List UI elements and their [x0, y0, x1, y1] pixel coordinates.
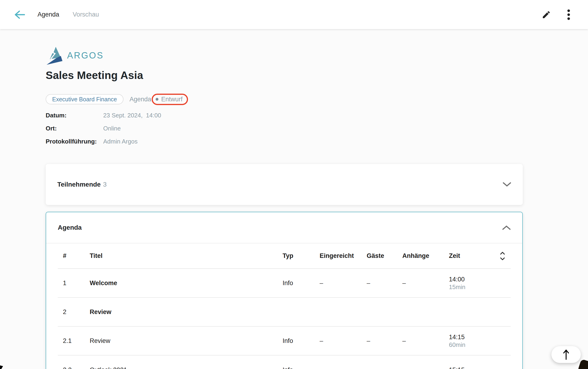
cell-number: 1: [58, 279, 90, 287]
time-duration: 15min: [449, 283, 494, 291]
argos-logo: ARGOS: [46, 46, 523, 65]
meta-row-date: Datum: 23 Sept. 2024, 14:00: [46, 112, 523, 119]
participants-count: 3: [103, 181, 107, 188]
argos-logo-icon: [46, 46, 63, 65]
col-type: Typ: [283, 252, 320, 259]
agenda-table-header: # Titel Typ Eingereicht Gäste Anhänge Ze…: [58, 244, 511, 269]
cell-type: Info: [283, 337, 320, 345]
cell-time: 15:15: [449, 366, 494, 369]
meta-label: Ort:: [46, 125, 103, 132]
cell-submitted: –: [320, 337, 367, 345]
col-attachments: Anhänge: [402, 252, 449, 259]
meta-value: 23 Sept. 2024, 14:00: [103, 112, 161, 119]
sort-icon[interactable]: [499, 251, 506, 261]
time-duration: 60min: [449, 341, 494, 348]
agenda-row[interactable]: 2.2Outlook 2021Info–––15:15: [58, 356, 511, 369]
cell-submitted: –: [320, 367, 367, 369]
meta-value: Online: [103, 125, 121, 132]
topbar-tabs: Agenda Vorschau: [38, 11, 99, 18]
corner-cursor-artifact: [578, 359, 588, 369]
meta-label: Datum:: [46, 112, 103, 119]
committee-chip[interactable]: Executive Board Finance: [46, 94, 123, 104]
cell-title: Outlook 2021: [90, 367, 283, 369]
topbar: Agenda Vorschau: [0, 0, 588, 29]
logo-text: ARGOS: [67, 51, 104, 61]
col-number: #: [58, 252, 90, 259]
agenda-table-body: 1WelcomeInfo–––14:0015min2Review2.1Revie…: [58, 269, 511, 369]
cell-type: Info: [283, 279, 320, 287]
cell-attachments: –: [402, 337, 449, 345]
arrow-left-icon: [14, 10, 25, 19]
cell-title: Welcome: [90, 279, 283, 287]
cell-title: Review: [90, 308, 283, 316]
agenda-card-header[interactable]: Agenda: [46, 212, 522, 244]
back-button[interactable]: [13, 8, 26, 21]
cell-submitted: –: [320, 279, 367, 287]
cell-attachments: –: [402, 367, 449, 369]
participants-card-title: Teilnehmende3: [57, 181, 107, 188]
meta-row-location: Ort: Online: [46, 125, 523, 132]
chips-row: Executive Board Finance Agenda Entwurf: [46, 92, 523, 106]
meta-value: Admin Argos: [103, 138, 137, 145]
status-annotation-highlight: Entwurf: [152, 94, 188, 105]
participants-card[interactable]: Teilnehmende3: [46, 164, 523, 205]
edit-button[interactable]: [539, 8, 553, 21]
cell-number: 2: [58, 308, 90, 316]
cell-guests: –: [367, 279, 402, 287]
agenda-card-title: Agenda: [58, 224, 82, 231]
status-dot-icon: [156, 98, 158, 101]
agenda-row[interactable]: 2.1ReviewInfo–––14:1560min: [58, 327, 511, 356]
tab-agenda[interactable]: Agenda: [38, 11, 59, 18]
cell-number: 2.2: [58, 367, 90, 369]
meeting-type-label: Agenda: [130, 96, 151, 103]
pencil-icon: [542, 10, 551, 19]
time-start: 14:15: [449, 333, 494, 341]
time-start: 14:00: [449, 275, 494, 283]
chevron-up-icon[interactable]: [502, 225, 511, 230]
time-start: 15:15: [449, 366, 494, 369]
cell-guests: –: [367, 337, 402, 345]
kebab-menu-icon: [567, 9, 570, 20]
meta-label: Protokollführung:: [46, 138, 103, 145]
mouse-cursor: [0, 364, 4, 369]
chevron-down-icon[interactable]: [503, 182, 511, 187]
cell-guests: –: [367, 367, 402, 369]
agenda-table: # Titel Typ Eingereicht Gäste Anhänge Ze…: [46, 244, 522, 369]
cell-attachments: –: [402, 279, 449, 287]
col-submitted: Eingereicht: [320, 252, 367, 259]
agenda-row[interactable]: 2Review: [58, 298, 511, 327]
cell-title: Review: [90, 337, 283, 345]
status-label: Entwurf: [161, 96, 183, 103]
tab-vorschau[interactable]: Vorschau: [73, 11, 99, 18]
meeting-title: Sales Meeting Asia: [46, 69, 523, 82]
meta-row-minute-taker: Protokollführung: Admin Argos: [46, 138, 523, 145]
meeting-meta: Datum: 23 Sept. 2024, 14:00 Ort: Online …: [46, 112, 523, 145]
agenda-row[interactable]: 1WelcomeInfo–––14:0015min: [58, 269, 511, 298]
cell-time: 14:0015min: [449, 275, 494, 291]
scroll-to-top-button[interactable]: [551, 346, 581, 363]
cell-time: 14:1560min: [449, 333, 494, 348]
col-time: Zeit: [449, 252, 494, 259]
col-title: Titel: [90, 252, 283, 259]
cell-number: 2.1: [58, 337, 90, 345]
more-menu-button[interactable]: [562, 8, 575, 21]
agenda-card: Agenda # Titel Typ Eingereicht Gäste Anh…: [46, 212, 523, 369]
cell-type: Info: [283, 367, 320, 369]
col-guests: Gäste: [367, 252, 402, 259]
arrow-up-icon: [563, 349, 569, 360]
